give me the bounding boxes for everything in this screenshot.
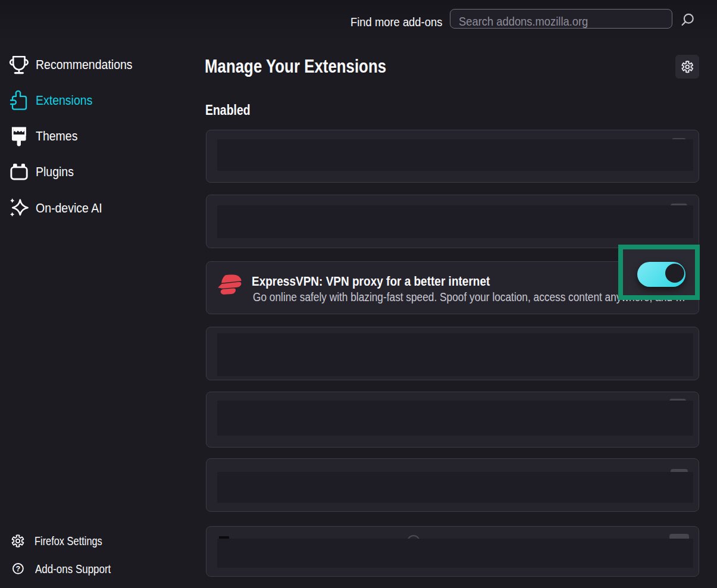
svg-text:?: ? [15, 565, 20, 573]
